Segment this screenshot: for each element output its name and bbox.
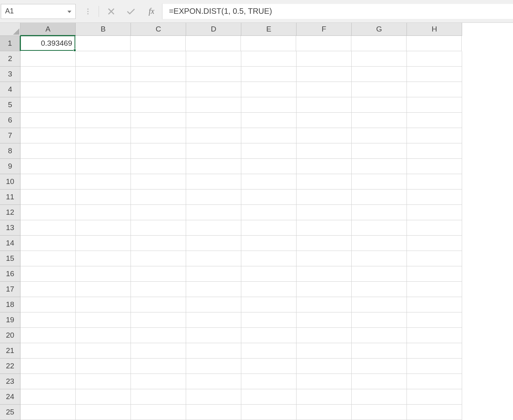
row-header-16[interactable]: 16 — [0, 266, 21, 282]
cell-B18[interactable] — [76, 297, 131, 312]
cell-E15[interactable] — [241, 251, 297, 266]
cell-G13[interactable] — [352, 220, 407, 236]
cell-B21[interactable] — [76, 343, 131, 359]
cell-F6[interactable] — [297, 113, 352, 128]
cell-C10[interactable] — [131, 174, 186, 190]
cell-A12[interactable] — [21, 205, 76, 220]
column-header-C[interactable]: C — [131, 23, 186, 36]
cell-A16[interactable] — [21, 266, 76, 282]
cell-H23[interactable] — [407, 374, 462, 389]
column-header-E[interactable]: E — [241, 23, 297, 36]
cell-F18[interactable] — [297, 297, 352, 312]
cell-E19[interactable] — [241, 312, 297, 328]
cell-G3[interactable] — [352, 67, 407, 82]
cell-H11[interactable] — [407, 190, 462, 205]
cell-A2[interactable] — [21, 51, 76, 67]
cell-F4[interactable] — [297, 82, 352, 97]
cell-A1[interactable]: 0.393469 — [20, 35, 75, 51]
cell-B23[interactable] — [76, 374, 131, 389]
row-header-1[interactable]: 1 — [0, 36, 21, 51]
cell-G24[interactable] — [352, 389, 407, 405]
cell-B7[interactable] — [76, 128, 131, 143]
insert-function-button[interactable]: fx — [149, 7, 154, 16]
cell-C21[interactable] — [131, 343, 186, 359]
row-header-20[interactable]: 20 — [0, 328, 21, 343]
cell-D3[interactable] — [186, 67, 241, 82]
cell-D5[interactable] — [186, 97, 241, 113]
cell-B13[interactable] — [76, 220, 131, 236]
cell-D7[interactable] — [186, 128, 241, 143]
cell-E8[interactable] — [241, 143, 297, 159]
cell-A3[interactable] — [21, 67, 76, 82]
cell-H24[interactable] — [407, 389, 462, 405]
cell-F10[interactable] — [297, 174, 352, 190]
cell-G25[interactable] — [352, 405, 407, 420]
cell-G5[interactable] — [352, 97, 407, 113]
cell-A25[interactable] — [21, 405, 76, 420]
cell-F23[interactable] — [297, 374, 352, 389]
row-header-2[interactable]: 2 — [0, 51, 21, 67]
enter-formula-button[interactable] — [123, 4, 138, 19]
cell-F20[interactable] — [297, 328, 352, 343]
select-all-corner[interactable] — [0, 23, 21, 36]
cell-D25[interactable] — [186, 405, 241, 420]
cell-C11[interactable] — [131, 190, 186, 205]
cell-G17[interactable] — [352, 282, 407, 297]
cell-F21[interactable] — [297, 343, 352, 359]
cell-H9[interactable] — [407, 159, 462, 174]
cell-G16[interactable] — [352, 266, 407, 282]
chevron-down-icon[interactable] — [67, 9, 71, 14]
cell-H6[interactable] — [407, 113, 462, 128]
cell-E16[interactable] — [241, 266, 297, 282]
cell-F5[interactable] — [297, 97, 352, 113]
cell-A6[interactable] — [21, 113, 76, 128]
cell-F22[interactable] — [297, 359, 352, 374]
cell-E6[interactable] — [241, 113, 297, 128]
cell-F12[interactable] — [297, 205, 352, 220]
name-box[interactable]: A1 — [1, 4, 76, 19]
cell-D23[interactable] — [186, 374, 241, 389]
cell-B2[interactable] — [76, 51, 131, 67]
cell-C3[interactable] — [131, 67, 186, 82]
cell-E21[interactable] — [241, 343, 297, 359]
cell-C5[interactable] — [131, 97, 186, 113]
column-header-B[interactable]: B — [76, 23, 131, 36]
cell-G8[interactable] — [352, 143, 407, 159]
cell-G7[interactable] — [352, 128, 407, 143]
cell-A20[interactable] — [21, 328, 76, 343]
cell-B24[interactable] — [76, 389, 131, 405]
cell-C8[interactable] — [131, 143, 186, 159]
row-header-17[interactable]: 17 — [0, 282, 21, 297]
cell-C18[interactable] — [131, 297, 186, 312]
cell-D4[interactable] — [186, 82, 241, 97]
cell-C17[interactable] — [131, 282, 186, 297]
row-header-8[interactable]: 8 — [0, 143, 21, 159]
cell-G20[interactable] — [352, 328, 407, 343]
cell-E3[interactable] — [241, 67, 297, 82]
cell-B10[interactable] — [76, 174, 131, 190]
cell-C7[interactable] — [131, 128, 186, 143]
cell-D11[interactable] — [186, 190, 241, 205]
row-header-3[interactable]: 3 — [0, 67, 21, 82]
cell-A22[interactable] — [21, 359, 76, 374]
cell-H3[interactable] — [407, 67, 462, 82]
cell-E12[interactable] — [241, 205, 297, 220]
cell-H13[interactable] — [407, 220, 462, 236]
cell-F14[interactable] — [297, 236, 352, 251]
cell-H20[interactable] — [407, 328, 462, 343]
cell-E11[interactable] — [241, 190, 297, 205]
cell-F17[interactable] — [297, 282, 352, 297]
cell-C14[interactable] — [131, 236, 186, 251]
cell-A7[interactable] — [21, 128, 76, 143]
cell-H25[interactable] — [407, 405, 462, 420]
fill-handle[interactable] — [73, 49, 76, 52]
cell-A4[interactable] — [21, 82, 76, 97]
cell-E25[interactable] — [241, 405, 297, 420]
cell-H19[interactable] — [407, 312, 462, 328]
row-header-10[interactable]: 10 — [0, 174, 21, 190]
cell-D1[interactable] — [186, 36, 241, 51]
cell-F25[interactable] — [297, 405, 352, 420]
cell-F7[interactable] — [297, 128, 352, 143]
cell-E10[interactable] — [241, 174, 297, 190]
cell-H22[interactable] — [407, 359, 462, 374]
